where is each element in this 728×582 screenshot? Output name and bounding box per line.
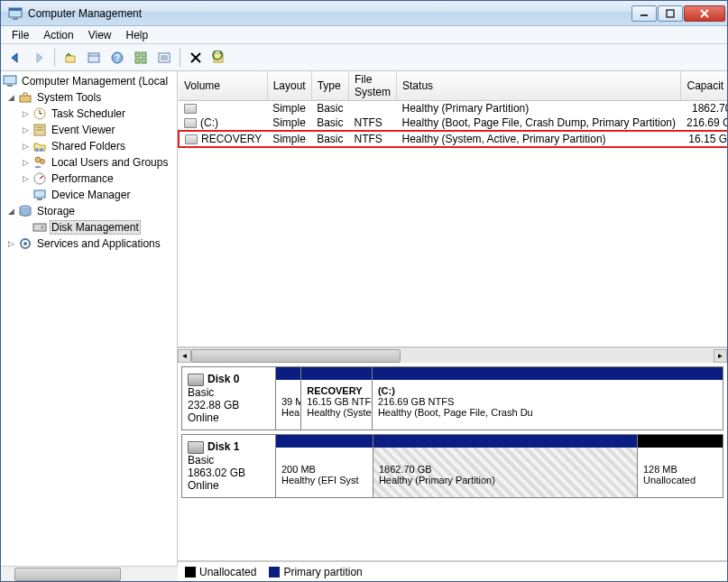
col-fs[interactable]: File System xyxy=(349,71,397,101)
properties-button[interactable] xyxy=(83,47,105,69)
partition-stripe xyxy=(301,367,372,380)
tree-root[interactable]: Computer Management (Local xyxy=(1,73,177,89)
col-layout[interactable]: Layout xyxy=(267,71,311,101)
volume-scrollbar[interactable]: ◄ ► xyxy=(178,347,727,363)
drive-icon xyxy=(184,104,197,114)
up-button[interactable] xyxy=(60,47,81,69)
forward-button[interactable] xyxy=(28,47,50,69)
table-row[interactable]: SimpleBasicHealthy (Primary Partition)18… xyxy=(179,101,727,116)
expand-icon[interactable]: ▷ xyxy=(21,142,31,152)
svg-text:?: ? xyxy=(115,53,120,63)
tree-storage[interactable]: ◢ Storage xyxy=(1,203,177,219)
toolbar-separator xyxy=(54,49,55,67)
partition-stripe xyxy=(276,367,300,380)
drive-icon xyxy=(185,134,198,144)
table-row[interactable]: (C:)SimpleBasicNTFSHealthy (Boot, Page F… xyxy=(179,115,727,131)
col-capacity[interactable]: Capacit xyxy=(681,71,727,101)
partition[interactable]: (C:)216.69 GB NTFSHealthy (Boot, Page Fi… xyxy=(373,367,723,430)
svg-rect-23 xyxy=(7,85,13,87)
refresh-button[interactable] xyxy=(208,47,230,69)
delete-button[interactable] xyxy=(185,47,207,69)
svg-point-32 xyxy=(40,148,43,152)
performance-icon xyxy=(32,171,47,186)
svg-rect-22 xyxy=(4,76,16,84)
tree-performance[interactable]: ▷ Performance xyxy=(1,171,177,187)
partition-stripe xyxy=(276,435,373,448)
expand-icon[interactable]: ▷ xyxy=(21,109,31,119)
device-icon xyxy=(32,188,47,202)
options-button[interactable] xyxy=(130,47,152,69)
tree-system-tools[interactable]: ◢ System Tools xyxy=(1,89,177,106)
svg-rect-1 xyxy=(9,8,22,11)
drive-icon xyxy=(184,118,197,128)
toolbar-separator xyxy=(180,49,180,67)
tree-task-scheduler[interactable]: ▷ Task Scheduler xyxy=(1,106,177,122)
partition[interactable]: 1862.70 GBHealthy (Primary Partition) xyxy=(373,435,638,497)
expand-icon[interactable]: ▷ xyxy=(21,158,31,168)
tree-disk-management[interactable]: Disk Management xyxy=(1,219,177,236)
table-header[interactable]: Volume Layout Type File System Status Ca… xyxy=(179,71,727,101)
legend-unallocated-label: Unallocated xyxy=(199,566,256,578)
tools-icon xyxy=(18,90,32,105)
menu-help[interactable]: Help xyxy=(119,27,156,43)
tree-scrollbar[interactable] xyxy=(1,566,178,581)
partition-stripe xyxy=(373,367,723,380)
services-icon xyxy=(18,236,32,251)
back-button[interactable] xyxy=(5,47,26,69)
expand-icon[interactable]: ▷ xyxy=(21,125,31,135)
volume-table[interactable]: Volume Layout Type File System Status Ca… xyxy=(178,71,727,347)
toolbar: ? xyxy=(1,44,727,71)
svg-rect-13 xyxy=(135,59,140,63)
legend-unallocated-swatch xyxy=(185,567,196,577)
app-icon xyxy=(8,6,23,21)
disk-row[interactable]: Disk 1Basic1863.02 GBOnline 200 MBHealth… xyxy=(181,434,723,498)
minimize-button[interactable] xyxy=(631,5,657,22)
menu-action[interactable]: Action xyxy=(36,27,80,43)
col-status[interactable]: Status xyxy=(397,71,681,101)
disk-icon xyxy=(188,374,204,386)
disk-row[interactable]: Disk 0Basic232.88 GBOnline 39 MBHealthyR… xyxy=(181,366,723,430)
svg-rect-24 xyxy=(20,96,31,102)
col-type[interactable]: Type xyxy=(311,71,348,101)
expand-icon[interactable]: ▷ xyxy=(21,174,31,184)
maximize-button[interactable] xyxy=(658,5,683,22)
table-row[interactable]: RECOVERYSimpleBasicNTFSHealthy (System, … xyxy=(179,131,727,147)
disk-icon xyxy=(188,441,204,454)
clock-icon xyxy=(32,106,47,121)
collapse-icon[interactable]: ◢ xyxy=(6,93,16,103)
svg-point-34 xyxy=(41,160,45,164)
tree-shared-folders[interactable]: ▷ Shared Folders xyxy=(1,138,177,154)
svg-rect-4 xyxy=(667,10,674,17)
tree-event-viewer[interactable]: ▷ Event Viewer xyxy=(1,122,177,138)
partition[interactable]: RECOVERY16.15 GB NTFSHealthy (System, Ac… xyxy=(301,367,373,430)
svg-rect-12 xyxy=(142,52,146,57)
menubar: File Action View Help xyxy=(1,26,727,44)
disk-info: Disk 0Basic232.88 GBOnline xyxy=(182,367,276,430)
collapse-icon[interactable]: ◢ xyxy=(6,207,16,217)
partition[interactable]: 128 MBUnallocated xyxy=(638,435,723,497)
window-title: Computer Management xyxy=(28,7,631,20)
svg-rect-7 xyxy=(88,53,99,62)
expand-icon[interactable]: ▷ xyxy=(6,239,16,249)
partition[interactable]: 39 MBHealthy xyxy=(276,367,301,430)
navigation-tree[interactable]: Computer Management (Local ◢ System Tool… xyxy=(1,71,178,566)
tree-device-manager[interactable]: Device Manager xyxy=(1,187,177,203)
menu-view[interactable]: View xyxy=(81,27,119,43)
legend-primary-swatch xyxy=(269,567,280,577)
help-button[interactable]: ? xyxy=(106,47,128,69)
partition[interactable]: 200 MBHealthy (EFI Syst xyxy=(276,435,373,497)
list-button[interactable] xyxy=(153,47,175,69)
col-volume[interactable]: Volume xyxy=(179,71,267,101)
tree-local-users[interactable]: ▷ Local Users and Groups xyxy=(1,154,177,171)
disk-layout-panel[interactable]: Disk 0Basic232.88 GBOnline 39 MBHealthyR… xyxy=(178,363,727,561)
users-icon xyxy=(32,155,47,170)
svg-rect-14 xyxy=(142,59,146,63)
svg-point-31 xyxy=(35,148,39,152)
computer-icon xyxy=(3,74,17,88)
partition-stripe xyxy=(638,435,723,448)
menu-file[interactable]: File xyxy=(5,27,36,43)
svg-point-43 xyxy=(23,242,27,245)
close-button[interactable] xyxy=(684,5,725,22)
event-icon xyxy=(32,123,47,137)
tree-services-apps[interactable]: ▷ Services and Applications xyxy=(1,236,177,252)
